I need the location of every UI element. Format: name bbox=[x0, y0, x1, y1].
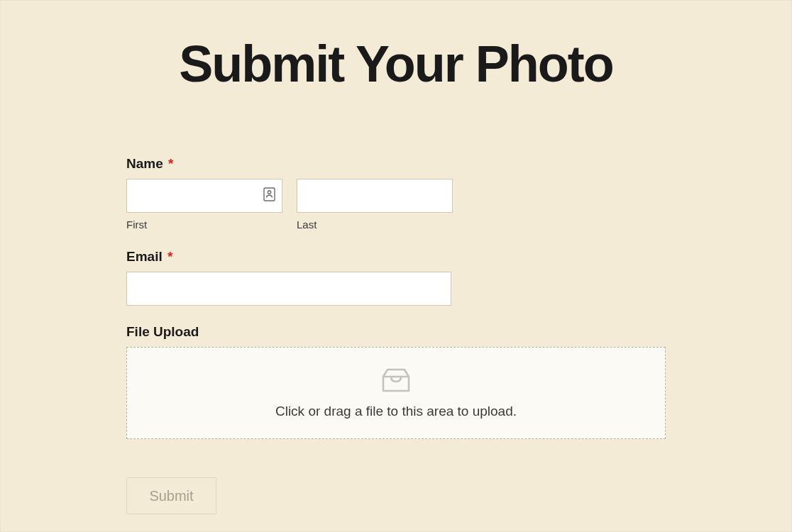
email-field-group: Email * bbox=[126, 249, 666, 306]
first-name-input[interactable] bbox=[126, 179, 282, 213]
page-canvas: Submit Your Photo Name * bbox=[0, 0, 792, 532]
archive-box-icon bbox=[380, 367, 412, 397]
first-name-sublabel: First bbox=[126, 218, 282, 231]
file-upload-dropzone[interactable]: Click or drag a file to this area to upl… bbox=[126, 347, 666, 439]
submit-button[interactable]: Submit bbox=[126, 477, 216, 514]
name-field-group: Name * bbox=[126, 156, 666, 231]
photo-submit-form: Name * bbox=[126, 156, 666, 514]
first-name-input-wrap bbox=[126, 179, 282, 213]
file-upload-label: File Upload bbox=[126, 324, 666, 340]
last-name-sublabel: Last bbox=[297, 218, 453, 231]
file-upload-label-text: File Upload bbox=[126, 324, 199, 339]
page-title: Submit Your Photo bbox=[126, 36, 666, 92]
dropzone-text: Click or drag a file to this area to upl… bbox=[275, 404, 517, 419]
name-required-marker: * bbox=[168, 156, 173, 171]
name-label: Name * bbox=[126, 156, 666, 172]
email-input[interactable] bbox=[126, 272, 451, 306]
name-label-text: Name bbox=[126, 156, 163, 171]
first-name-subfield: First bbox=[126, 179, 282, 231]
email-label-text: Email bbox=[126, 249, 163, 264]
name-row: First Last bbox=[126, 179, 666, 231]
last-name-subfield: Last bbox=[297, 179, 453, 231]
form-container: Submit Your Photo Name * bbox=[126, 1, 666, 514]
email-required-marker: * bbox=[167, 249, 172, 264]
email-label: Email * bbox=[126, 249, 666, 265]
last-name-input[interactable] bbox=[297, 179, 453, 213]
file-upload-field-group: File Upload Click or drag a file to this… bbox=[126, 324, 666, 439]
